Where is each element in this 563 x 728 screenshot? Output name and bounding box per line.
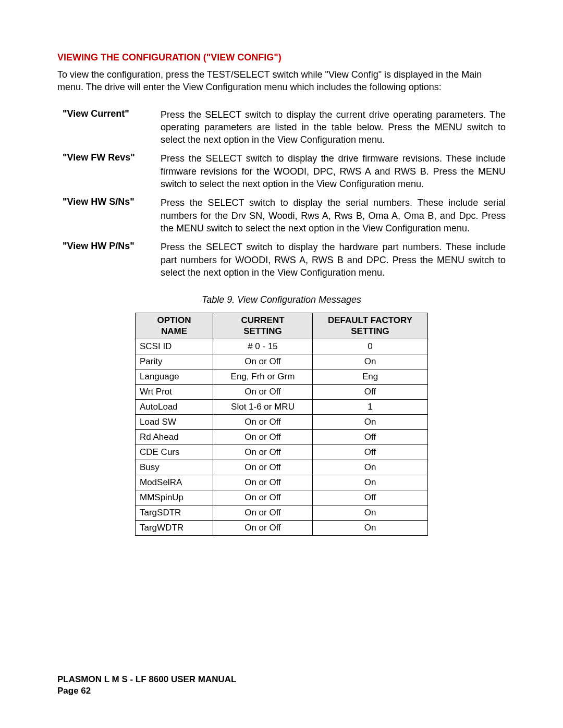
cell-current-setting: On or Off xyxy=(213,384,313,399)
table-row: TargWDTROn or OffOn xyxy=(136,520,428,535)
cell-default-setting: 1 xyxy=(313,399,428,414)
def-row: "View HW S/Ns" Press the SELECT switch t… xyxy=(57,196,506,235)
cell-current-setting: On or Off xyxy=(213,460,313,475)
header-text: NAME xyxy=(161,326,187,336)
cell-option-name: Parity xyxy=(136,354,213,369)
table-header-row: OPTION NAME CURRENT SETTING DEFAULT FACT… xyxy=(136,313,428,339)
cell-current-setting: On or Off xyxy=(213,429,313,445)
table-row: ParityOn or OffOn xyxy=(136,354,428,369)
table-row: CDE CursOn or OffOff xyxy=(136,445,428,460)
table-row: SCSI ID# 0 - 150 xyxy=(136,339,428,354)
def-row: "View Current" Press the SELECT switch t… xyxy=(57,108,506,146)
cell-option-name: Rd Ahead xyxy=(136,429,213,445)
cell-current-setting: Slot 1-6 or MRU xyxy=(213,399,313,414)
config-table: OPTION NAME CURRENT SETTING DEFAULT FACT… xyxy=(135,313,428,536)
cell-current-setting: On or Off xyxy=(213,354,313,369)
cell-current-setting: On or Off xyxy=(213,505,313,520)
table-row: TargSDTROn or OffOn xyxy=(136,505,428,520)
def-term: "View FW Revs" xyxy=(57,152,161,163)
cell-current-setting: Eng, Frh or Grm xyxy=(213,369,313,384)
table-row: Rd AheadOn or OffOff xyxy=(136,429,428,445)
footer-line: Page 62 xyxy=(57,686,91,696)
cell-option-name: Language xyxy=(136,369,213,384)
intro-text: To view the configuration, press the TES… xyxy=(57,68,506,94)
cell-default-setting: Off xyxy=(313,429,428,445)
cell-default-setting: On xyxy=(313,354,428,369)
def-desc: Press the SELECT switch to display the c… xyxy=(161,108,506,146)
table-row: Wrt ProtOn or OffOff xyxy=(136,384,428,399)
cell-default-setting: 0 xyxy=(313,339,428,354)
header-text: CURRENT xyxy=(241,315,284,325)
col-current-setting: CURRENT SETTING xyxy=(213,313,313,339)
cell-default-setting: Eng xyxy=(313,369,428,384)
def-row: "View FW Revs" Press the SELECT switch t… xyxy=(57,152,506,190)
cell-option-name: AutoLoad xyxy=(136,399,213,414)
cell-option-name: TargWDTR xyxy=(136,520,213,535)
table-row: AutoLoadSlot 1-6 or MRU1 xyxy=(136,399,428,414)
def-term: "View Current" xyxy=(57,108,161,119)
cell-default-setting: On xyxy=(313,520,428,535)
cell-default-setting: On xyxy=(313,460,428,475)
definitions-list: "View Current" Press the SELECT switch t… xyxy=(57,108,506,279)
section-heading: VIEWING THE CONFIGURATION ("VIEW CONFIG"… xyxy=(57,52,506,63)
cell-default-setting: Off xyxy=(313,445,428,460)
cell-default-setting: On xyxy=(313,414,428,429)
def-desc: Press the SELECT switch to display the s… xyxy=(161,196,506,235)
table-row: Load SWOn or OffOn xyxy=(136,414,428,429)
cell-option-name: MMSpinUp xyxy=(136,490,213,505)
cell-option-name: Busy xyxy=(136,460,213,475)
def-term: "View HW S/Ns" xyxy=(57,196,161,207)
header-text: SETTING xyxy=(243,326,282,336)
table-row: BusyOn or OffOn xyxy=(136,460,428,475)
cell-option-name: CDE Curs xyxy=(136,445,213,460)
header-text: OPTION xyxy=(157,315,191,325)
cell-current-setting: On or Off xyxy=(213,520,313,535)
page: VIEWING THE CONFIGURATION ("VIEW CONFIG"… xyxy=(0,0,563,728)
page-footer: PLASMON L M S - LF 8600 USER MANUAL Page… xyxy=(57,674,237,697)
table-caption: Table 9. View Configuration Messages xyxy=(57,294,506,305)
header-text: SETTING xyxy=(351,326,389,336)
def-term: "View HW P/Ns" xyxy=(57,241,161,252)
def-row: "View HW P/Ns" Press the SELECT switch t… xyxy=(57,241,506,279)
cell-current-setting: On or Off xyxy=(213,414,313,429)
table-row: LanguageEng, Frh or GrmEng xyxy=(136,369,428,384)
table-row: ModSelRAOn or OffOn xyxy=(136,475,428,490)
cell-current-setting: On or Off xyxy=(213,445,313,460)
cell-current-setting: On or Off xyxy=(213,490,313,505)
cell-current-setting: # 0 - 15 xyxy=(213,339,313,354)
cell-default-setting: On xyxy=(313,505,428,520)
cell-option-name: Load SW xyxy=(136,414,213,429)
cell-option-name: ModSelRA xyxy=(136,475,213,490)
footer-line: PLASMON L M S - LF 8600 USER MANUAL xyxy=(57,674,237,684)
cell-default-setting: On xyxy=(313,475,428,490)
def-desc: Press the SELECT switch to display the d… xyxy=(161,152,506,190)
cell-default-setting: Off xyxy=(313,384,428,399)
cell-option-name: Wrt Prot xyxy=(136,384,213,399)
col-option-name: OPTION NAME xyxy=(136,313,213,339)
cell-default-setting: Off xyxy=(313,490,428,505)
header-text: DEFAULT FACTORY xyxy=(328,315,412,325)
cell-option-name: TargSDTR xyxy=(136,505,213,520)
table-row: MMSpinUpOn or OffOff xyxy=(136,490,428,505)
cell-option-name: SCSI ID xyxy=(136,339,213,354)
col-default-setting: DEFAULT FACTORY SETTING xyxy=(313,313,428,339)
cell-current-setting: On or Off xyxy=(213,475,313,490)
def-desc: Press the SELECT switch to display the h… xyxy=(161,241,506,279)
